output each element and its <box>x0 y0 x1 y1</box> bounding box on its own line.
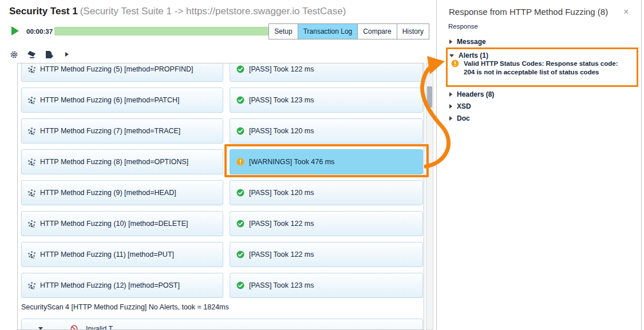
chevron-right-icon <box>449 116 452 121</box>
page-title: Security Test 1(Security Test Suite 1 ->… <box>9 6 346 17</box>
next-scan-row[interactable]: Invalid T <box>21 319 423 330</box>
tree-label: Doc <box>457 114 470 122</box>
security-test-panel: Security Test 1(Security Test Suite 1 ->… <box>0 0 436 330</box>
test-step-row[interactable]: HTTP Method Fuzzing (10) [method=DELETE] <box>21 211 223 236</box>
tree-node-xsd[interactable]: XSD <box>449 102 471 110</box>
log-toolbar <box>9 49 72 59</box>
result-label: [PASS] Took 120 ms <box>249 189 314 197</box>
test-name: Security Test 1 <box>9 6 78 17</box>
step-label: HTTP Method Fuzzing (7) [method=TRACE] <box>40 127 180 135</box>
tree-label: Alerts (1) <box>459 51 488 59</box>
result-row[interactable]: [PASS] Took 122 ms <box>230 211 423 236</box>
response-panel: Response from HTTP Method Fuzzing (8) × … <box>436 0 644 330</box>
result-row[interactable]: [PASS] Took 120 ms <box>230 180 423 205</box>
step-label: HTTP Method Fuzzing (12) [method=POST] <box>40 281 180 289</box>
run-test-button[interactable] <box>10 26 21 36</box>
elapsed-timer: 00:00:37 <box>26 28 53 35</box>
step-label: HTTP Method Fuzzing (10) [method=DELETE] <box>40 220 188 228</box>
test-step-row[interactable]: HTTP Method Fuzzing (5) [method=PROPFIND… <box>21 63 223 82</box>
result-row[interactable]: [PASS] Took 122 ms <box>230 63 423 82</box>
pass-icon <box>236 96 244 104</box>
collapse-triangle-icon[interactable] <box>38 327 43 330</box>
scrollbar-thumb[interactable] <box>427 86 432 108</box>
transaction-log-list: HTTP Method Fuzzing (5) [method=PROPFIND… <box>17 63 424 330</box>
fuzzing-icon <box>28 128 35 135</box>
clear-eraser-icon[interactable] <box>27 50 36 59</box>
pass-icon <box>236 220 244 228</box>
chevron-right-icon <box>449 39 452 44</box>
test-step-row[interactable]: HTTP Method Fuzzing (7) [method=TRACE] <box>21 118 223 144</box>
chevron-right-icon <box>449 104 452 109</box>
invalid-icon <box>70 325 78 330</box>
tab-compare[interactable]: Compare <box>357 24 396 39</box>
tree-node-alerts[interactable]: Alerts (1) <box>449 51 488 59</box>
chevron-right-icon <box>449 92 452 97</box>
tab-setup[interactable]: Setup <box>269 24 297 39</box>
fuzzing-icon <box>28 66 35 73</box>
settings-icon[interactable] <box>9 50 18 59</box>
test-step-row[interactable]: HTTP Method Fuzzing (11) [method=PUT] <box>21 242 223 267</box>
window-edge <box>641 0 642 330</box>
fuzzing-icon <box>28 189 35 197</box>
result-label: [PASS] Took 123 ms <box>249 281 314 289</box>
alert-entry[interactable]: Valid HTTP Status Codes: Response status… <box>451 59 626 77</box>
test-step-row[interactable]: HTTP Method Fuzzing (12) [method=POST] <box>21 273 223 298</box>
test-step-row[interactable]: HTTP Method Fuzzing (8) [method=OPTIONS] <box>21 149 223 174</box>
pass-icon <box>236 189 244 197</box>
pass-icon <box>236 251 244 259</box>
result-row-warning[interactable]: [WARNINGS] Took 476 ms <box>230 149 423 174</box>
result-row[interactable]: [PASS] Took 122 ms <box>230 242 423 267</box>
response-section-label: Response <box>448 23 478 30</box>
result-label: [WARNINGS] Took 476 ms <box>249 158 334 166</box>
fuzzing-icon <box>28 282 35 289</box>
scan-summary: SecurityScan 4 [HTTP Method Fuzzing] No … <box>21 303 229 311</box>
next-scan-label: Invalid T <box>86 325 113 330</box>
test-step-row[interactable]: HTTP Method Fuzzing (9) [method=HEAD] <box>21 180 223 205</box>
security-test-window: Security Test 1(Security Test Suite 1 ->… <box>0 0 644 330</box>
test-path: (Security Test Suite 1 -> https://petsto… <box>80 6 346 17</box>
progress-bar <box>54 27 274 35</box>
pass-icon <box>236 127 244 135</box>
fuzzing-icon <box>28 158 35 166</box>
result-label: [PASS] Took 122 ms <box>249 220 314 228</box>
fuzzing-icon <box>28 251 35 259</box>
pass-icon <box>236 281 244 289</box>
warning-icon <box>236 158 244 166</box>
tab-history[interactable]: History <box>397 24 429 39</box>
tree-label: Message <box>457 38 486 46</box>
overflow-arrow-icon[interactable] <box>62 50 72 59</box>
step-label: HTTP Method Fuzzing (8) [method=OPTIONS] <box>40 158 188 166</box>
step-label: HTTP Method Fuzzing (11) [method=PUT] <box>40 251 174 259</box>
pass-icon <box>236 65 244 73</box>
tree-node-message[interactable]: Message <box>449 38 486 46</box>
tree-label: Headers (8) <box>457 90 494 98</box>
result-row[interactable]: [PASS] Took 120 ms <box>230 118 423 144</box>
result-row[interactable]: [PASS] Took 123 ms <box>230 88 423 113</box>
step-label: HTTP Method Fuzzing (5) [method=PROPFIND… <box>40 65 193 73</box>
close-icon[interactable]: × <box>623 7 629 17</box>
result-label: [PASS] Took 120 ms <box>249 127 314 135</box>
result-label: [PASS] Took 122 ms <box>249 65 314 73</box>
result-label: [PASS] Took 122 ms <box>249 251 314 259</box>
chevron-down-icon <box>449 54 454 57</box>
fuzzing-icon <box>28 97 35 104</box>
tree-node-headers[interactable]: Headers (8) <box>449 90 494 98</box>
alert-message: Valid HTTP Status Codes: Response status… <box>464 59 625 77</box>
export-log-icon[interactable] <box>45 50 54 59</box>
result-label: [PASS] Took 123 ms <box>249 96 314 104</box>
test-step-row[interactable]: HTTP Method Fuzzing (6) [method=PATCH] <box>21 88 223 113</box>
result-row[interactable]: [PASS] Took 123 ms <box>230 273 423 298</box>
tree-node-doc[interactable]: Doc <box>449 114 470 122</box>
response-panel-title: Response from HTTP Method Fuzzing (8) <box>449 7 608 17</box>
step-label: HTTP Method Fuzzing (9) [method=HEAD] <box>40 189 176 197</box>
step-label: HTTP Method Fuzzing (6) [method=PATCH] <box>40 96 180 104</box>
tree-label: XSD <box>457 102 471 110</box>
warning-icon <box>451 59 459 67</box>
tab-transaction-log[interactable]: Transaction Log <box>298 24 358 39</box>
view-tabs: Setup Transaction Log Compare History <box>268 23 429 39</box>
fuzzing-icon <box>28 220 35 228</box>
log-scrollbar[interactable] <box>426 63 433 330</box>
play-icon <box>11 26 19 35</box>
